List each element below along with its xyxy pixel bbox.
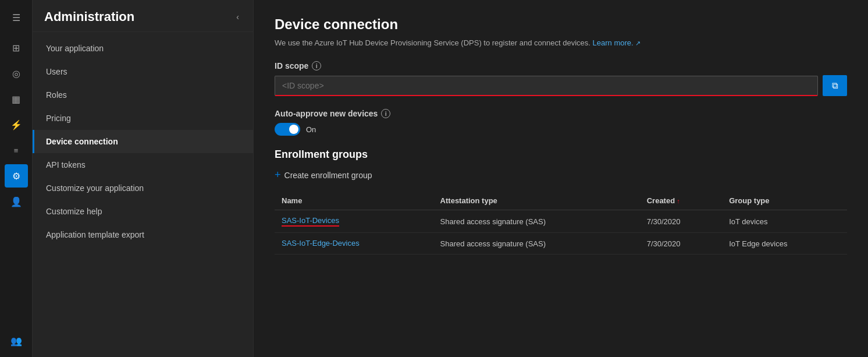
plus-icon: + xyxy=(275,169,281,181)
row-1-name: SAS-IoT-Devices xyxy=(275,210,433,233)
id-scope-input[interactable] xyxy=(275,76,818,96)
col-header-created[interactable]: Created↑ xyxy=(640,192,723,210)
dashboard-icon[interactable]: ⊞ xyxy=(5,36,28,59)
sidebar-item-device-connection[interactable]: Device connection xyxy=(33,130,253,153)
sidebar-item-application-template-export[interactable]: Application template export xyxy=(33,223,253,246)
jobs-icon[interactable]: ≡ xyxy=(5,139,28,162)
row-2-name-link[interactable]: SAS-IoT-Edge-Devices xyxy=(282,239,360,248)
toggle-state-label: On xyxy=(306,125,316,134)
sidebar-item-your-application[interactable]: Your application xyxy=(33,37,253,60)
learn-more-link[interactable]: Learn more.↗ xyxy=(593,38,641,47)
page-title: Device connection xyxy=(275,16,847,33)
sidebar-item-customize-help[interactable]: Customize help xyxy=(33,200,253,223)
table-body: SAS-IoT-Devices Shared access signature … xyxy=(275,210,847,255)
col-header-attestation-type: Attestation type xyxy=(433,192,640,210)
table-row: SAS-IoT-Edge-Devices Shared access signa… xyxy=(275,233,847,255)
sidebar: Administration ‹ Your application Users … xyxy=(33,0,254,357)
auto-approve-section: Auto-approve new devices i On xyxy=(275,109,847,136)
hamburger-icon[interactable]: ☰ xyxy=(5,6,28,29)
main-content: Device connection We use the Azure IoT H… xyxy=(254,0,868,357)
row-2-attestation: Shared access signature (SAS) xyxy=(433,233,640,255)
sidebar-nav: Your application Users Roles Pricing Dev… xyxy=(33,32,253,251)
sidebar-header: Administration ‹ xyxy=(33,0,253,32)
copy-button[interactable]: ⧉ xyxy=(823,75,847,96)
sidebar-item-pricing[interactable]: Pricing xyxy=(33,107,253,130)
enrollment-groups-title: Enrollment groups xyxy=(275,149,847,161)
auto-approve-label: Auto-approve new devices i xyxy=(275,109,847,118)
toggle-knob xyxy=(289,125,298,134)
administration-icon[interactable]: ⚙ xyxy=(5,164,28,188)
page-subtitle: We use the Azure IoT Hub Device Provisio… xyxy=(275,38,847,47)
id-scope-info-icon[interactable]: i xyxy=(312,61,321,70)
bottom-users-icon[interactable]: 👥 xyxy=(5,329,28,352)
enrollment-groups-section: Enrollment groups + Create enrollment gr… xyxy=(275,149,847,255)
external-link-icon: ↗ xyxy=(635,40,641,47)
row-2-created: 7/30/2020 xyxy=(640,233,723,255)
devices-icon[interactable]: ◎ xyxy=(5,62,28,85)
table-header: Name Attestation type Created↑ Group typ… xyxy=(275,192,847,210)
enrollment-table: Name Attestation type Created↑ Group typ… xyxy=(275,192,847,255)
analytics-icon[interactable]: ▦ xyxy=(5,87,28,111)
sidebar-title: Administration xyxy=(44,9,134,24)
rules-icon[interactable]: ⚡ xyxy=(5,113,28,136)
row-1-group-type: IoT devices xyxy=(722,210,847,233)
id-scope-row: ⧉ xyxy=(275,75,847,96)
id-scope-label: ID scope i xyxy=(275,61,847,70)
copy-icon: ⧉ xyxy=(832,80,838,91)
users-icon[interactable]: 👤 xyxy=(5,190,28,213)
col-header-group-type: Group type xyxy=(722,192,847,210)
col-header-name: Name xyxy=(275,192,433,210)
row-1-created: 7/30/2020 xyxy=(640,210,723,233)
row-1-attestation: Shared access signature (SAS) xyxy=(433,210,640,233)
sidebar-item-users[interactable]: Users xyxy=(33,60,253,83)
row-1-name-link[interactable]: SAS-IoT-Devices xyxy=(282,216,339,227)
sidebar-item-roles[interactable]: Roles xyxy=(33,83,253,107)
row-2-group-type: IoT Edge devices xyxy=(722,233,847,255)
sidebar-item-customize-application[interactable]: Customize your application xyxy=(33,176,253,200)
create-enrollment-group-button[interactable]: + Create enrollment group xyxy=(275,167,372,183)
icon-rail: ☰ ⊞ ◎ ▦ ⚡ ≡ ⚙ 👤 👥 xyxy=(0,0,33,357)
auto-approve-toggle[interactable] xyxy=(275,123,300,136)
row-2-name: SAS-IoT-Edge-Devices xyxy=(275,233,433,255)
sidebar-item-api-tokens[interactable]: API tokens xyxy=(33,153,253,176)
subtitle-text: We use the Azure IoT Hub Device Provisio… xyxy=(275,38,590,47)
sidebar-collapse-button[interactable]: ‹ xyxy=(234,10,241,24)
auto-approve-info-icon[interactable]: i xyxy=(381,109,390,118)
table-row: SAS-IoT-Devices Shared access signature … xyxy=(275,210,847,233)
toggle-row: On xyxy=(275,123,847,136)
